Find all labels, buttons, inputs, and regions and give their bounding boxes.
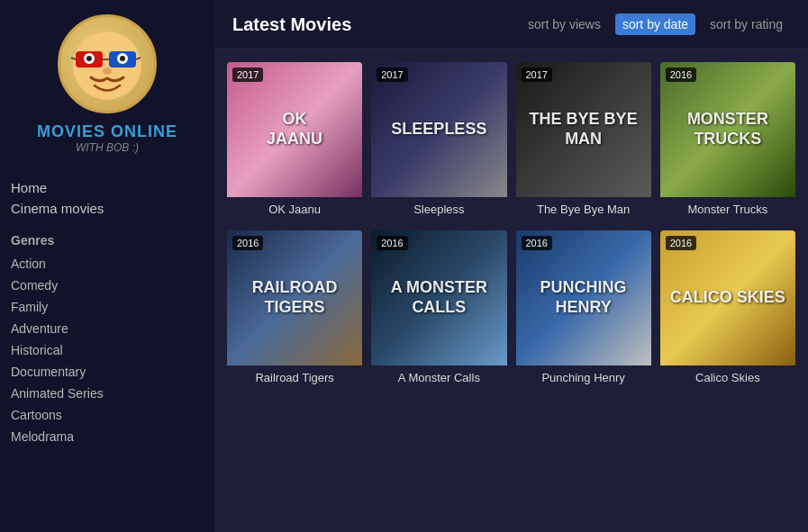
movie-card-monster-trucks[interactable]: 2016MONSTER TRUCKSMonster Trucks xyxy=(660,62,795,221)
genre-link-animated[interactable]: Animated Series xyxy=(11,386,104,401)
movie-card-railroad-tigers[interactable]: 2016RAILROAD TIGERSRailroad Tigers xyxy=(227,230,362,390)
movie-card-calico-skies[interactable]: 2016CALICO SKIESCalico Skies xyxy=(660,230,795,390)
nav-links: HomeCinema movies xyxy=(11,177,204,219)
genre-item-melodrama: Melodrama xyxy=(11,426,204,447)
movie-title-the-bye-bye-man: The Bye Bye Man xyxy=(516,197,651,221)
movie-card-ok-jaanu[interactable]: 2017OK JAANUOK Jaanu xyxy=(227,62,362,221)
genre-item-animated: Animated Series xyxy=(11,383,204,404)
movie-year-railroad-tigers: 2016 xyxy=(232,236,263,250)
genre-link-comedy[interactable]: Comedy xyxy=(11,278,58,293)
genre-link-documentary[interactable]: Documentary xyxy=(11,365,86,379)
genre-list: ActionComedyFamilyAdventureHistoricalDoc… xyxy=(11,253,204,447)
sort-btn-views[interactable]: sort by views xyxy=(521,14,608,35)
logo-circle xyxy=(58,14,157,113)
genre-link-adventure[interactable]: Adventure xyxy=(11,321,68,336)
sort-btn-rating[interactable]: sort by rating xyxy=(703,14,790,35)
logo-container: MOVIES ONLINE WITH BOB :) xyxy=(37,14,177,154)
movie-year-punching-henry: 2016 xyxy=(522,236,552,250)
genre-item-adventure: Adventure xyxy=(11,318,204,339)
genre-item-documentary: Documentary xyxy=(11,361,204,383)
movie-poster-ok-jaanu: 2017OK JAANU xyxy=(227,62,362,197)
movie-title-railroad-tigers: Railroad Tigers xyxy=(227,365,362,390)
genre-link-family[interactable]: Family xyxy=(11,300,48,314)
movie-poster-monster-trucks: 2016MONSTER TRUCKS xyxy=(660,62,795,197)
movie-poster-the-bye-bye-man: 2017THE BYE BYE MAN xyxy=(516,62,651,197)
section-title: Latest Movies xyxy=(232,14,351,35)
sidebar-nav-home[interactable]: Home xyxy=(11,177,204,198)
movie-year-the-bye-bye-man: 2017 xyxy=(522,68,552,82)
genre-item-cartoons: Cartoons xyxy=(11,404,204,426)
genre-item-action: Action xyxy=(11,253,204,275)
svg-point-8 xyxy=(86,56,92,61)
genre-item-historical: Historical xyxy=(11,339,204,361)
sort-buttons: sort by viewssort by datesort by rating xyxy=(521,14,790,35)
movie-year-calico-skies: 2016 xyxy=(666,236,696,250)
movie-year-ok-jaanu: 2017 xyxy=(232,68,263,82)
movie-title-monster-trucks: Monster Trucks xyxy=(660,197,795,221)
logo-mascot xyxy=(62,19,152,109)
movie-title-calico-skies: Calico Skies xyxy=(660,365,795,390)
movie-title-punching-henry: Punching Henry xyxy=(516,365,651,390)
movie-card-punching-henry[interactable]: 2016PUNCHING HENRYPunching Henry xyxy=(516,230,651,390)
movie-poster-calico-skies: 2016CALICO SKIES xyxy=(660,230,795,365)
genre-link-historical[interactable]: Historical xyxy=(11,343,63,357)
svg-point-9 xyxy=(120,56,125,61)
movie-card-the-bye-bye-man[interactable]: 2017THE BYE BYE MANThe Bye Bye Man xyxy=(516,62,651,221)
top-bar: Latest Movies sort by viewssort by dates… xyxy=(214,0,808,50)
movie-year-a-monster-calls: 2016 xyxy=(377,236,407,250)
site-title: MOVIES ONLINE xyxy=(37,122,177,141)
movie-card-a-monster-calls[interactable]: 2016A MONSTER CALLSA Monster Calls xyxy=(371,230,506,390)
movie-year-sleepless: 2017 xyxy=(377,68,407,82)
movies-grid: 2017OK JAANUOK Jaanu2017SLEEPLESSSleeple… xyxy=(214,50,808,402)
movie-title-ok-jaanu: OK Jaanu xyxy=(227,197,362,221)
movie-card-sleepless[interactable]: 2017SLEEPLESSSleepless xyxy=(371,62,506,221)
genres-title: Genres xyxy=(11,233,204,248)
movie-year-monster-trucks: 2016 xyxy=(666,68,696,82)
genre-link-cartoons[interactable]: Cartoons xyxy=(11,408,62,422)
main-content: Latest Movies sort by viewssort by dates… xyxy=(214,0,808,532)
movie-poster-punching-henry: 2016PUNCHING HENRY xyxy=(516,230,651,365)
svg-point-10 xyxy=(103,68,112,75)
site-subtitle: WITH BOB :) xyxy=(76,141,139,154)
movie-poster-railroad-tigers: 2016RAILROAD TIGERS xyxy=(227,230,362,365)
movie-poster-sleepless: 2017SLEEPLESS xyxy=(371,62,506,197)
genre-link-action[interactable]: Action xyxy=(11,257,46,271)
genre-item-comedy: Comedy xyxy=(11,275,204,296)
sidebar-nav-cinema[interactable]: Cinema movies xyxy=(11,198,204,219)
genre-item-family: Family xyxy=(11,296,204,318)
sidebar: MOVIES ONLINE WITH BOB :) HomeCinema mov… xyxy=(0,0,214,532)
genre-link-melodrama[interactable]: Melodrama xyxy=(11,429,74,444)
movie-title-a-monster-calls: A Monster Calls xyxy=(371,365,506,390)
movie-title-sleepless: Sleepless xyxy=(371,197,506,221)
sort-btn-date[interactable]: sort by date xyxy=(615,14,695,35)
movie-poster-a-monster-calls: 2016A MONSTER CALLS xyxy=(371,230,506,365)
